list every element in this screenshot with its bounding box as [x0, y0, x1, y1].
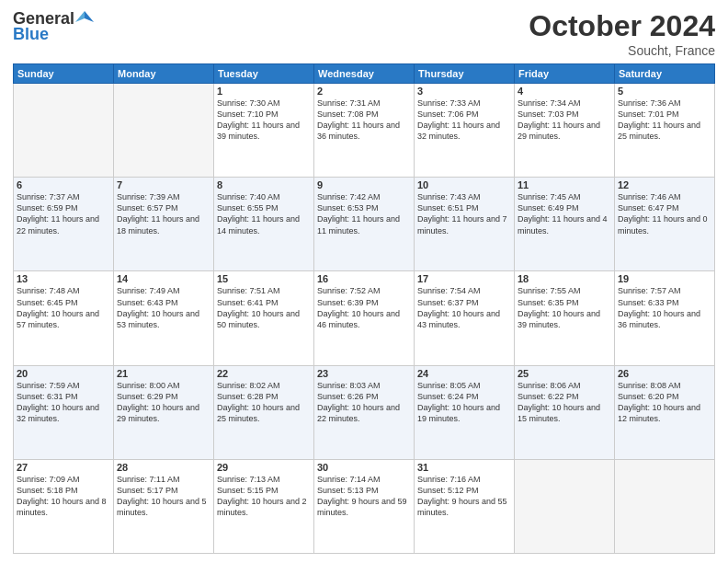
calendar-week-row: 6Sunrise: 7:37 AMSunset: 6:59 PMDaylight… — [14, 178, 715, 271]
col-saturday: Saturday — [615, 64, 715, 84]
day-number: 14 — [117, 273, 210, 284]
calendar-week-row: 27Sunrise: 7:09 AMSunset: 5:18 PMDayligh… — [14, 459, 715, 553]
table-row — [14, 84, 114, 178]
calendar-week-row: 13Sunrise: 7:48 AMSunset: 6:45 PMDayligh… — [14, 271, 715, 365]
day-number: 27 — [17, 462, 110, 473]
table-row: 6Sunrise: 7:37 AMSunset: 6:59 PMDaylight… — [14, 178, 114, 271]
day-info: Sunrise: 7:45 AMSunset: 6:49 PMDaylight:… — [518, 191, 611, 236]
location: Soucht, France — [529, 43, 715, 58]
table-row: 25Sunrise: 8:06 AMSunset: 6:22 PMDayligh… — [515, 365, 615, 459]
day-number: 21 — [117, 368, 210, 379]
table-row — [515, 459, 615, 553]
logo: General Blue — [13, 9, 94, 44]
table-row — [114, 84, 214, 178]
logo-blue-text: Blue — [13, 25, 49, 44]
table-row: 23Sunrise: 8:03 AMSunset: 6:26 PMDayligh… — [314, 365, 415, 459]
table-row: 14Sunrise: 7:49 AMSunset: 6:43 PMDayligh… — [114, 271, 214, 365]
table-row: 31Sunrise: 7:16 AMSunset: 5:12 PMDayligh… — [415, 459, 515, 553]
table-row: 26Sunrise: 8:08 AMSunset: 6:20 PMDayligh… — [615, 365, 715, 459]
table-row: 27Sunrise: 7:09 AMSunset: 5:18 PMDayligh… — [14, 459, 114, 553]
table-row: 1Sunrise: 7:30 AMSunset: 7:10 PMDaylight… — [214, 84, 314, 178]
day-info: Sunrise: 7:49 AMSunset: 6:43 PMDaylight:… — [117, 285, 210, 330]
day-number: 8 — [217, 179, 311, 190]
day-info: Sunrise: 7:46 AMSunset: 6:47 PMDaylight:… — [618, 191, 711, 236]
day-info: Sunrise: 7:57 AMSunset: 6:33 PMDaylight:… — [618, 285, 711, 330]
table-row: 20Sunrise: 7:59 AMSunset: 6:31 PMDayligh… — [14, 365, 114, 459]
day-info: Sunrise: 8:06 AMSunset: 6:22 PMDaylight:… — [518, 380, 611, 425]
col-thursday: Thursday — [415, 64, 515, 84]
table-row: 7Sunrise: 7:39 AMSunset: 6:57 PMDaylight… — [114, 178, 214, 271]
table-row: 12Sunrise: 7:46 AMSunset: 6:47 PMDayligh… — [615, 178, 715, 271]
day-info: Sunrise: 7:42 AMSunset: 6:53 PMDaylight:… — [317, 191, 411, 236]
table-row: 17Sunrise: 7:54 AMSunset: 6:37 PMDayligh… — [415, 271, 515, 365]
day-info: Sunrise: 8:08 AMSunset: 6:20 PMDaylight:… — [618, 380, 711, 425]
day-number: 17 — [417, 273, 511, 284]
calendar-header-row: Sunday Monday Tuesday Wednesday Thursday… — [14, 64, 715, 84]
table-row: 4Sunrise: 7:34 AMSunset: 7:03 PMDaylight… — [515, 84, 615, 178]
table-row: 19Sunrise: 7:57 AMSunset: 6:33 PMDayligh… — [615, 271, 715, 365]
day-number: 28 — [117, 462, 210, 473]
day-number: 29 — [217, 462, 311, 473]
table-row: 8Sunrise: 7:40 AMSunset: 6:55 PMDaylight… — [214, 178, 314, 271]
col-friday: Friday — [515, 64, 615, 84]
day-info: Sunrise: 8:02 AMSunset: 6:28 PMDaylight:… — [217, 380, 311, 425]
day-info: Sunrise: 7:36 AMSunset: 7:01 PMDaylight:… — [618, 98, 711, 143]
day-info: Sunrise: 7:43 AMSunset: 6:51 PMDaylight:… — [417, 191, 511, 236]
month-title: October 2024 — [529, 9, 715, 43]
header: General Blue October 2024 Soucht, France — [13, 9, 715, 58]
day-number: 5 — [618, 86, 711, 97]
day-number: 24 — [417, 368, 511, 379]
day-info: Sunrise: 7:51 AMSunset: 6:41 PMDaylight:… — [217, 285, 311, 330]
table-row: 15Sunrise: 7:51 AMSunset: 6:41 PMDayligh… — [214, 271, 314, 365]
table-row: 3Sunrise: 7:33 AMSunset: 7:06 PMDaylight… — [415, 84, 515, 178]
day-info: Sunrise: 7:34 AMSunset: 7:03 PMDaylight:… — [518, 98, 611, 143]
day-number: 6 — [17, 179, 110, 190]
day-number: 31 — [417, 462, 511, 473]
day-number: 30 — [317, 462, 411, 473]
table-row — [615, 459, 715, 553]
col-sunday: Sunday — [14, 64, 114, 84]
table-row: 29Sunrise: 7:13 AMSunset: 5:15 PMDayligh… — [214, 459, 314, 553]
day-info: Sunrise: 7:40 AMSunset: 6:55 PMDaylight:… — [217, 191, 311, 236]
day-info: Sunrise: 8:05 AMSunset: 6:24 PMDaylight:… — [417, 380, 511, 425]
day-number: 15 — [217, 273, 311, 284]
day-info: Sunrise: 7:09 AMSunset: 5:18 PMDaylight:… — [17, 474, 110, 519]
day-info: Sunrise: 7:13 AMSunset: 5:15 PMDaylight:… — [217, 474, 311, 519]
table-row: 13Sunrise: 7:48 AMSunset: 6:45 PMDayligh… — [14, 271, 114, 365]
day-number: 18 — [518, 273, 611, 284]
day-info: Sunrise: 7:48 AMSunset: 6:45 PMDaylight:… — [17, 285, 110, 330]
table-row: 16Sunrise: 7:52 AMSunset: 6:39 PMDayligh… — [314, 271, 415, 365]
page: General Blue October 2024 Soucht, France… — [0, 0, 728, 563]
day-number: 11 — [518, 179, 611, 190]
table-row: 11Sunrise: 7:45 AMSunset: 6:49 PMDayligh… — [515, 178, 615, 271]
day-number: 10 — [417, 179, 511, 190]
day-info: Sunrise: 7:14 AMSunset: 5:13 PMDaylight:… — [317, 474, 411, 519]
table-row: 30Sunrise: 7:14 AMSunset: 5:13 PMDayligh… — [314, 459, 415, 553]
day-number: 1 — [217, 86, 311, 97]
day-info: Sunrise: 7:31 AMSunset: 7:08 PMDaylight:… — [317, 98, 411, 143]
svg-marker-1 — [75, 11, 85, 22]
day-info: Sunrise: 7:30 AMSunset: 7:10 PMDaylight:… — [217, 98, 311, 143]
day-info: Sunrise: 7:11 AMSunset: 5:17 PMDaylight:… — [117, 474, 210, 519]
table-row: 18Sunrise: 7:55 AMSunset: 6:35 PMDayligh… — [515, 271, 615, 365]
day-number: 2 — [317, 86, 411, 97]
day-info: Sunrise: 7:55 AMSunset: 6:35 PMDaylight:… — [518, 285, 611, 330]
col-monday: Monday — [114, 64, 214, 84]
col-wednesday: Wednesday — [314, 64, 415, 84]
table-row: 21Sunrise: 8:00 AMSunset: 6:29 PMDayligh… — [114, 365, 214, 459]
table-row: 2Sunrise: 7:31 AMSunset: 7:08 PMDaylight… — [314, 84, 415, 178]
day-info: Sunrise: 7:16 AMSunset: 5:12 PMDaylight:… — [417, 474, 511, 519]
table-row: 22Sunrise: 8:02 AMSunset: 6:28 PMDayligh… — [214, 365, 314, 459]
day-number: 23 — [317, 368, 411, 379]
day-number: 4 — [518, 86, 611, 97]
calendar-table: Sunday Monday Tuesday Wednesday Thursday… — [13, 63, 715, 554]
svg-marker-0 — [85, 11, 94, 22]
day-info: Sunrise: 8:00 AMSunset: 6:29 PMDaylight:… — [117, 380, 210, 425]
title-block: October 2024 Soucht, France — [529, 9, 715, 58]
day-info: Sunrise: 7:54 AMSunset: 6:37 PMDaylight:… — [417, 285, 511, 330]
day-info: Sunrise: 7:59 AMSunset: 6:31 PMDaylight:… — [17, 380, 110, 425]
day-number: 12 — [618, 179, 711, 190]
calendar-week-row: 1Sunrise: 7:30 AMSunset: 7:10 PMDaylight… — [14, 84, 715, 178]
day-number: 7 — [117, 179, 210, 190]
table-row: 5Sunrise: 7:36 AMSunset: 7:01 PMDaylight… — [615, 84, 715, 178]
